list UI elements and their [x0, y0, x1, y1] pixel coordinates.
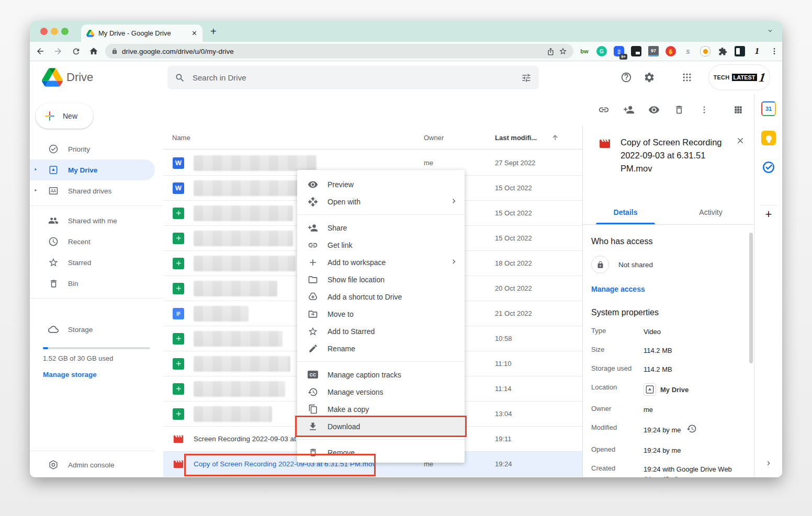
details-tabs: DetailsActivity [583, 203, 753, 225]
column-name[interactable]: Name [172, 134, 190, 142]
menu-item-label: Preview [328, 180, 354, 189]
menu-item-remove[interactable]: Remove [297, 444, 465, 461]
extension-blue-icon[interactable]: ▯9+ [613, 45, 625, 58]
extension-orange-icon[interactable] [699, 45, 712, 58]
search-input[interactable]: Search in Drive [193, 73, 514, 82]
share-file-icon[interactable] [619, 100, 638, 119]
new-button-label: New [63, 112, 77, 120]
menu-item-preview[interactable]: Preview [297, 176, 465, 193]
home-icon[interactable] [86, 44, 101, 59]
location-chip[interactable]: My Drive [644, 383, 689, 396]
more-actions-icon[interactable] [695, 100, 714, 119]
search-options-icon[interactable] [521, 73, 532, 83]
sidebar-item-storage[interactable]: Storage [30, 319, 163, 340]
redacted-file-name [194, 406, 272, 422]
settings-gear-icon[interactable] [639, 67, 660, 88]
browser-tab[interactable]: My Drive - Google Drive ✕ [81, 25, 202, 42]
menu-item-get-link[interactable]: Get link [297, 236, 465, 254]
reading-list-icon[interactable] [734, 45, 746, 58]
file-modified-date: 15 Oct 2022 [495, 209, 532, 217]
menu-item-open-with[interactable]: Open with [297, 193, 465, 210]
menu-item-add-to-workspace[interactable]: Add to workspace [297, 254, 465, 271]
sort-ascending-icon[interactable] [551, 134, 559, 143]
forward-icon[interactable] [51, 44, 65, 59]
sidebar-item-my-drive[interactable]: My Drive [30, 159, 155, 180]
sidebar-item-shared-with-me[interactable]: Shared with me [30, 210, 163, 231]
property-value: me [644, 405, 740, 415]
menu-item-share[interactable]: Share [297, 219, 465, 236]
property-value-text: 19:24 by me [644, 425, 681, 435]
menu-item-make-a-copy[interactable]: Make a copy [297, 400, 465, 418]
extension-pip-icon[interactable] [630, 45, 642, 58]
menu-item-download[interactable]: Download [297, 418, 465, 435]
sidebar-item-priority[interactable]: Priority [30, 139, 163, 159]
extension-bitwarden-icon[interactable]: bw [578, 45, 591, 58]
menu-item-manage-caption-tracks[interactable]: CCManage caption tracks [297, 366, 465, 383]
search-bar[interactable]: Search in Drive [167, 66, 539, 89]
expand-caret-icon[interactable] [30, 188, 41, 193]
admin-console-section: Admin console [30, 451, 155, 475]
new-tab-button[interactable]: + [210, 27, 217, 36]
system-properties-heading: System properties [591, 308, 741, 317]
minimize-window-button[interactable] [51, 28, 58, 35]
close-details-icon[interactable] [736, 136, 745, 175]
column-owner[interactable]: Owner [424, 134, 444, 142]
expand-caret-icon[interactable] [30, 167, 41, 173]
menu-item-manage-versions[interactable]: Manage versions [297, 383, 465, 400]
menu-item-add-a-shortcut-to-drive[interactable]: Add a shortcut to Drive [297, 288, 465, 305]
sidebar-item-shared-drives[interactable]: Shared drives [30, 180, 163, 201]
menu-item-add-to-starred[interactable]: Add to Starred [297, 323, 465, 340]
google-apps-grid-icon[interactable] [676, 67, 697, 88]
share-page-icon[interactable] [547, 48, 555, 55]
version-history-icon[interactable] [686, 423, 697, 437]
tab-activity[interactable]: Activity [668, 203, 753, 224]
property-row: Ownerme [591, 405, 741, 415]
extension-adblock-icon[interactable]: ✋ [664, 45, 677, 58]
column-last-modified[interactable]: Last modifi... [495, 134, 537, 142]
browser-menu-icon[interactable] [768, 45, 781, 58]
extension-session-icon[interactable]: s [682, 45, 694, 58]
maximize-window-button[interactable] [61, 28, 69, 35]
back-icon[interactable] [33, 44, 48, 59]
sidebar-item-admin-console[interactable]: Admin console [30, 454, 155, 475]
tasks-icon[interactable] [761, 160, 776, 175]
search-icon[interactable] [175, 73, 185, 83]
get-link-icon[interactable] [594, 100, 613, 119]
tab-details[interactable]: Details [583, 203, 668, 224]
preview-eye-icon[interactable] [645, 100, 663, 119]
reload-icon[interactable] [69, 44, 83, 59]
keep-icon[interactable] [761, 131, 776, 145]
help-icon[interactable] [616, 67, 637, 88]
tab-close-icon[interactable]: ✕ [191, 29, 197, 37]
sidebar-item-bin[interactable]: Bin [30, 273, 163, 294]
property-value: Video [644, 327, 740, 337]
manage-storage-link[interactable]: Manage storage [43, 371, 150, 379]
extension-grammarly-icon[interactable]: G [595, 45, 608, 58]
tab-search-chevron-icon[interactable] [766, 27, 774, 35]
delete-icon[interactable] [670, 100, 689, 119]
menu-item-show-file-location[interactable]: Show file location [297, 271, 465, 288]
drive-logo[interactable] [42, 67, 63, 88]
grid-view-icon[interactable] [729, 100, 748, 119]
collapse-panel-chevron-icon[interactable] [761, 456, 776, 471]
manage-access-link[interactable]: Manage access [591, 285, 741, 293]
details-scrollbar[interactable] [749, 233, 753, 363]
property-row: Created19:24 with Google Drive Web (Unve… [591, 464, 741, 477]
file-type-sheets-icon [172, 282, 185, 295]
bookmark-star-icon[interactable] [559, 47, 567, 55]
menu-item-rename[interactable]: Rename [297, 340, 465, 357]
menu-item-move-to[interactable]: Move to [297, 305, 465, 323]
new-button[interactable]: New [36, 104, 93, 129]
extensions-puzzle-icon[interactable] [716, 45, 729, 58]
sidebar-item-starred[interactable]: Starred [30, 252, 163, 273]
file-modified-date: 13:04 [495, 410, 512, 418]
extension-techlatest-icon[interactable]: 1 [751, 45, 763, 58]
priority-icon [48, 144, 59, 154]
sidebar-item-recent[interactable]: Recent [30, 231, 163, 252]
url-bar[interactable]: drive.google.com/drive/u/0/my-drive [105, 44, 573, 59]
calendar-icon[interactable]: 31 [761, 101, 776, 116]
close-window-button[interactable] [40, 28, 48, 35]
add-addon-icon[interactable]: + [761, 207, 776, 222]
extension-97-badge-icon[interactable]: 97 [647, 45, 660, 58]
account-avatar[interactable]: TECH LATEST 1 [708, 64, 770, 90]
